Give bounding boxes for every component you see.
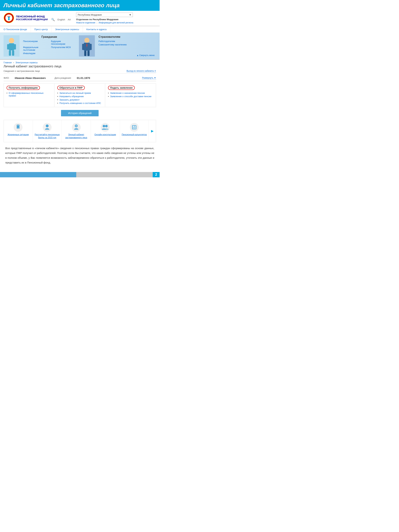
citizens-title: Гражданам (23, 35, 75, 38)
icon-life-situations[interactable]: Жизненные ситуации (4, 120, 33, 142)
list-item: Получить извещение о состоянии ИЛС (57, 101, 102, 105)
svg-rect-38 (134, 127, 136, 128)
font-size-button[interactable]: АА (68, 18, 71, 21)
svg-rect-18 (84, 51, 86, 56)
region-select[interactable]: Республика Мордовия ▼ (76, 13, 133, 17)
link-delivery-method[interactable]: Заявление о способе доставки пенсии (110, 95, 152, 98)
nav-press[interactable]: Пресс-центр (31, 26, 52, 32)
svg-rect-19 (88, 51, 89, 56)
link-employers[interactable]: Работодателям (98, 40, 135, 43)
list-item: Заявление о назначении пенсии (108, 91, 153, 95)
breadcrumb-home[interactable]: Главная (4, 61, 12, 64)
link-benefits[interactable]: Федеральным льготникам (23, 46, 48, 51)
link-pensioners[interactable]: Пенсионерам (23, 40, 48, 45)
icon-personal-cabinet[interactable]: Личный кабинет застрахованного лица (62, 120, 91, 142)
svg-point-29 (75, 125, 77, 127)
action-col-3-links: Заявление о назначении пенсии Заявление … (108, 91, 153, 98)
personal-cabinet-label: Личный кабинет застрахованного лица (63, 133, 89, 139)
action-col-3: Подать заявление Заявление о назначении … (105, 83, 156, 107)
svg-rect-17 (89, 44, 92, 50)
list-item: О сформированных пенсионных правах (6, 91, 51, 97)
page-main-title: Личный кабинет застрахованного лица (4, 64, 156, 68)
svg-point-14 (84, 38, 89, 43)
breadcrumb-section[interactable]: Электронные сервисы (15, 61, 38, 64)
nav-about[interactable]: О Пенсионном фонде (0, 26, 31, 32)
footer-blue (0, 172, 76, 177)
icon-online-consult[interactable]: Онлайн консультации (91, 120, 120, 142)
svg-rect-4 (8, 19, 10, 20)
link-pension-rights[interactable]: О сформированных пенсионных правах (9, 92, 44, 97)
expand-button[interactable]: Развернуть ▼ (142, 77, 156, 79)
child-image (4, 35, 19, 57)
action-col-2-title: Обратиться в ПФР (57, 86, 85, 90)
svg-point-23 (18, 128, 19, 129)
svg-rect-10 (14, 44, 16, 50)
svg-rect-40 (134, 128, 136, 129)
svg-rect-12 (12, 50, 14, 56)
search-icon[interactable]: 🔍 (51, 18, 55, 21)
svg-rect-30 (101, 123, 110, 132)
page-content: Личный кабинет застрахованного лица Свед… (0, 64, 160, 172)
link-disabled[interactable]: Инвалидам (23, 52, 48, 55)
region-department: Отделение по Республике Мордовия (76, 18, 156, 21)
svg-rect-16 (82, 44, 84, 50)
pension-calc-label: Пенсионный калькулятор (122, 133, 147, 136)
link-selfemployed[interactable]: Самозанятому населению (98, 43, 135, 46)
link-future-pensioners[interactable]: Будущим пенсионерам (51, 40, 76, 45)
action-col-1-links: О сформированных пенсионных правах (6, 91, 51, 97)
action-col-2-links: Записаться на личный прием Направить обр… (57, 91, 102, 105)
man-image (79, 35, 95, 57)
insurers-links: Работодателям Самозанятому населению (98, 40, 135, 46)
chevron-down-icon: ▼ (129, 13, 131, 16)
nav-eservices[interactable]: Электронные сервисы (52, 26, 83, 32)
link-appointment[interactable]: Записаться на личный прием (59, 92, 91, 94)
list-item: Заявление о способе доставки пенсии (108, 95, 153, 98)
top-controls: 🔍 English АА (51, 13, 71, 21)
pfr-emblem-icon: ПФР (4, 13, 14, 23)
calc-points-label: Рассчитайте пенсионные баллы за 2015 год (35, 133, 60, 139)
life-situations-label: Жизненные ситуации (8, 133, 29, 136)
list-item: Направить обращение (57, 95, 102, 98)
link-pension-assign[interactable]: Заявление о назначении пенсии (110, 92, 145, 94)
history-button[interactable]: История обращений (61, 110, 99, 116)
svg-point-26 (46, 125, 49, 127)
link-order-doc[interactable]: Заказать документ (59, 98, 80, 101)
svg-point-7 (9, 38, 14, 43)
link-ils-notice[interactable]: Получить извещение о состоянии ИЛС (59, 102, 101, 104)
collapse-menu-button[interactable]: ▲ Свернуть меню (135, 53, 156, 57)
svg-rect-37 (133, 127, 134, 128)
action-col-1: Получить информацию О сформированных пен… (4, 83, 54, 107)
dob-label: Дата рождения: (55, 77, 71, 79)
logo-area: ПФР ПЕНСИОННЫЙ ФОНД РОССИЙСКОЙ ФЕДЕРАЦИИ (4, 13, 48, 23)
svg-point-3 (8, 17, 10, 19)
online-consult-label: Онлайн консультации (95, 133, 116, 136)
svg-rect-9 (7, 44, 9, 50)
user-info-bar: Сведения о застрахованном лице Выход из … (4, 70, 156, 74)
citizens-links: Пенсионерам Будущим пенсионерам Федераль… (23, 40, 75, 55)
region-news-link[interactable]: Новости отделения (76, 21, 95, 24)
icon-calc-points[interactable]: Рассчитайте пенсионные баллы за 2015 год (33, 120, 62, 142)
top-bar: ПФР ПЕНСИОННЫЙ ФОНД РОССИЙСКОЙ ФЕДЕРАЦИИ… (0, 11, 160, 26)
link-msk[interactable]: Получателям МСК (51, 46, 76, 51)
header-banner: Личный кабинет застрахованного лица (0, 0, 160, 11)
dropdown-panel: Гражданам Пенсионерам Будущим пенсионера… (0, 33, 160, 60)
region-links: Новости отделения | Информация для жител… (76, 21, 156, 24)
svg-rect-35 (133, 126, 134, 127)
user-details-row: ФИО: Иванов Иван Иванович Дата рождения:… (4, 75, 156, 81)
icon-pension-calc[interactable]: Пенсионный калькулятор (120, 120, 149, 142)
logout-link[interactable]: Выход из личного кабинета ✕ (127, 70, 156, 72)
svg-rect-8 (9, 43, 14, 50)
action-col-3-title: Подать заявление (108, 86, 135, 90)
region-info-link[interactable]: Информация для жителей региона (99, 21, 133, 24)
link-appeal[interactable]: Направить обращение (59, 95, 84, 98)
svg-rect-39 (133, 128, 134, 129)
actions-grid: Получить информацию О сформированных пен… (4, 83, 156, 107)
scroll-right-arrow[interactable]: ► (149, 120, 156, 142)
users-icon (101, 123, 110, 132)
logo-text: ПЕНСИОННЫЙ ФОНД РОССИЙСКОЙ ФЕДЕРАЦИИ (16, 15, 48, 21)
nav-menu: О Пенсионном фонде Пресс-центр Электронн… (0, 26, 160, 33)
language-link[interactable]: English (57, 18, 65, 21)
nav-contacts[interactable]: Контакты и адреса (83, 26, 110, 32)
user-cabinet-icon (72, 123, 81, 132)
breadcrumb: Главная » Электронные сервисы (0, 60, 160, 64)
